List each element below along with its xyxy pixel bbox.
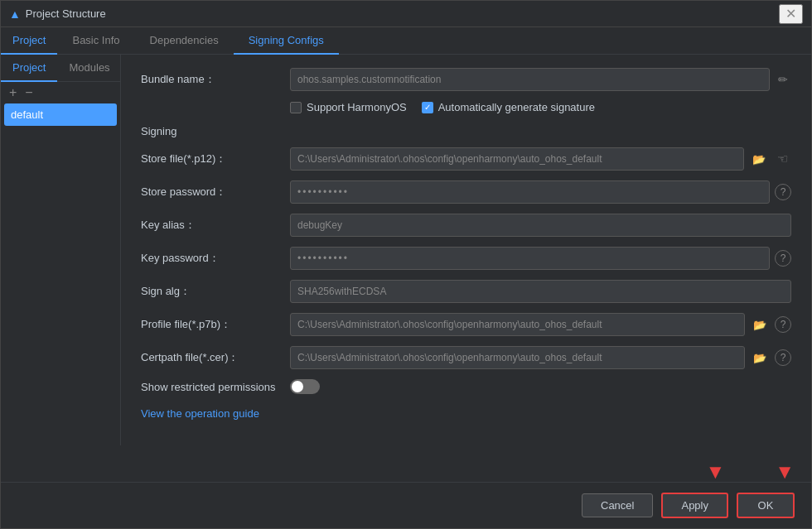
store-password-label: Store password： xyxy=(141,185,290,200)
key-alias-label: Key alias： xyxy=(141,218,290,233)
store-file-input[interactable] xyxy=(290,147,744,171)
app-icon: ▲ xyxy=(9,7,21,21)
show-restricted-label: Show restricted permissions xyxy=(141,381,290,393)
bundle-name-input[interactable] xyxy=(290,68,770,91)
store-file-folder-button[interactable]: 📂 xyxy=(749,151,769,167)
support-harmonyos-checkbox[interactable]: Support HarmonyOS xyxy=(290,101,407,113)
apply-button[interactable]: Apply xyxy=(661,493,728,518)
profile-file-folder-button[interactable]: 📂 xyxy=(750,317,770,333)
profile-file-help-button[interactable]: ? xyxy=(775,316,791,333)
signing-section-title: Signing xyxy=(141,125,791,137)
store-file-label: Store file(*.p12)： xyxy=(141,151,290,166)
key-password-input[interactable] xyxy=(290,247,770,270)
certpath-file-label: Certpath file(*.cer)： xyxy=(141,350,290,365)
store-password-help-button[interactable]: ? xyxy=(775,184,791,200)
support-harmonyos-label: Support HarmonyOS xyxy=(307,101,407,113)
tab-dependencies[interactable]: Dependencies xyxy=(135,27,234,55)
close-button[interactable]: ✕ xyxy=(779,4,803,24)
tab-basic-info[interactable]: Basic Info xyxy=(57,27,134,55)
tab-project[interactable]: Project xyxy=(1,27,57,55)
remove-config-button[interactable]: − xyxy=(23,86,34,99)
ok-arrow-icon: ▼ xyxy=(775,462,795,482)
auto-signature-checkbox[interactable]: ✓ Automatically generate signature xyxy=(422,101,595,113)
key-password-help-button[interactable]: ? xyxy=(775,250,791,267)
certpath-file-input[interactable] xyxy=(290,346,745,369)
add-config-button[interactable]: + xyxy=(7,86,18,99)
bundle-name-label: Bundle name： xyxy=(141,72,290,87)
key-password-label: Key password： xyxy=(141,251,290,266)
certpath-file-help-button[interactable]: ? xyxy=(775,349,791,366)
dialog-title: Project Structure xyxy=(26,7,106,20)
cancel-button[interactable]: Cancel xyxy=(582,493,653,517)
sidebar-item-default[interactable]: default xyxy=(4,103,117,126)
sidebar-project-tab[interactable]: Project xyxy=(1,55,57,82)
sign-alg-input[interactable] xyxy=(290,280,791,303)
auto-signature-label: Automatically generate signature xyxy=(438,101,595,113)
restricted-permissions-toggle[interactable] xyxy=(290,379,320,394)
sidebar-modules-tab[interactable]: Modules xyxy=(57,55,121,82)
apply-arrow-icon: ▼ xyxy=(705,462,725,482)
sign-alg-label: Sign alg： xyxy=(141,284,290,299)
key-alias-input[interactable] xyxy=(290,214,791,237)
view-operation-guide-link[interactable]: View the operation guide xyxy=(141,407,259,420)
store-password-input[interactable] xyxy=(290,180,770,204)
certpath-file-folder-button[interactable]: 📂 xyxy=(750,350,770,366)
profile-file-label: Profile file(*.p7b)： xyxy=(141,317,290,332)
profile-file-input[interactable] xyxy=(290,313,745,336)
ok-button[interactable]: OK xyxy=(737,493,795,518)
edit-bundle-name-button[interactable]: ✏ xyxy=(775,71,791,88)
fingerprint-button[interactable]: ☜ xyxy=(774,150,791,168)
tab-signing-configs[interactable]: Signing Configs xyxy=(234,27,339,55)
